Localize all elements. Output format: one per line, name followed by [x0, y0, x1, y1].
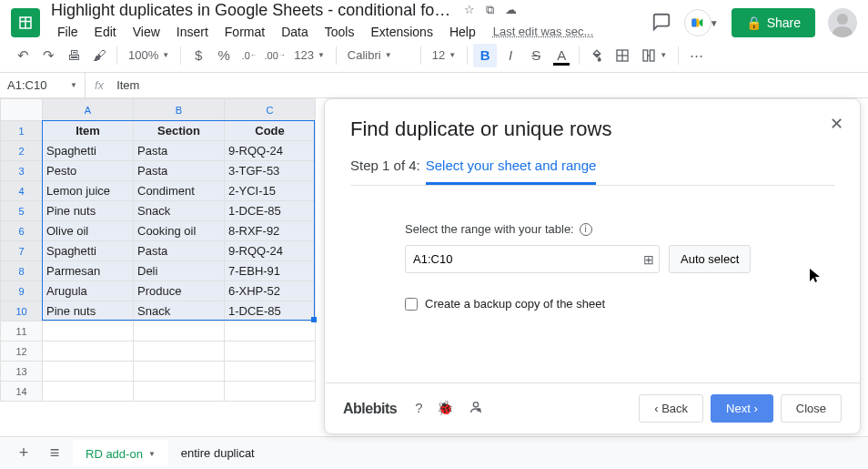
- redo-button[interactable]: ↷: [36, 44, 60, 67]
- fill-color-button[interactable]: [585, 44, 609, 67]
- toolbar-more-button[interactable]: ⋯: [684, 44, 708, 67]
- row-header[interactable]: 10: [1, 301, 43, 321]
- cell[interactable]: Arugula: [43, 281, 134, 301]
- cell[interactable]: Pasta: [134, 141, 225, 161]
- cell[interactable]: Cooking oil: [134, 221, 225, 241]
- sheet-tab[interactable]: RD add-on▼: [73, 440, 168, 466]
- comments-icon[interactable]: [651, 12, 671, 35]
- cell[interactable]: [134, 321, 225, 342]
- menu-help[interactable]: Help: [443, 23, 482, 41]
- bug-icon[interactable]: 🐞: [437, 400, 454, 417]
- cell[interactable]: [43, 382, 134, 402]
- fx-icon[interactable]: fx: [86, 78, 113, 92]
- cell[interactable]: 7-EBH-91: [225, 261, 316, 281]
- info-icon[interactable]: i: [580, 223, 592, 236]
- star-icon[interactable]: ☆: [464, 3, 475, 17]
- borders-button[interactable]: [611, 44, 634, 67]
- row-header[interactable]: 8: [1, 261, 43, 281]
- sheet-tab[interactable]: entire duplicat: [168, 440, 267, 466]
- cell[interactable]: Olive oil: [43, 221, 134, 241]
- font-dropdown[interactable]: Calibri▼: [342, 44, 415, 67]
- cell[interactable]: Deli: [134, 261, 225, 281]
- column-header[interactable]: C: [225, 99, 316, 121]
- row-header[interactable]: 9: [1, 281, 43, 301]
- cell[interactable]: Spaghetti: [43, 141, 134, 161]
- meet-icon[interactable]: [684, 9, 712, 36]
- menu-file[interactable]: File: [51, 23, 85, 41]
- undo-button[interactable]: ↶: [11, 44, 35, 67]
- step-link[interactable]: Select your sheet and range: [426, 158, 597, 185]
- cell[interactable]: 9-RQQ-24: [225, 241, 316, 261]
- back-button[interactable]: ‹ Back: [639, 394, 703, 423]
- cell[interactable]: [134, 382, 225, 402]
- cell[interactable]: [43, 362, 134, 382]
- column-header[interactable]: B: [134, 99, 225, 121]
- auto-select-button[interactable]: Auto select: [669, 245, 751, 273]
- currency-button[interactable]: $: [187, 44, 210, 67]
- cell[interactable]: 1-DCE-85: [225, 201, 316, 221]
- column-header[interactable]: A: [43, 99, 134, 121]
- row-header[interactable]: 1: [1, 121, 43, 141]
- help-icon[interactable]: ?: [415, 400, 422, 417]
- print-button[interactable]: 🖶: [62, 44, 86, 67]
- cell[interactable]: [43, 321, 134, 342]
- row-header[interactable]: 13: [1, 362, 43, 382]
- move-icon[interactable]: ⧉: [486, 3, 494, 17]
- font-size-dropdown[interactable]: 12▼: [427, 44, 461, 67]
- increase-decimal-button[interactable]: .00→: [263, 44, 287, 67]
- zoom-dropdown[interactable]: 100%▼: [123, 44, 175, 67]
- cell[interactable]: [43, 342, 134, 362]
- select-range-icon[interactable]: ⊞: [643, 252, 654, 267]
- cell[interactable]: [225, 321, 316, 342]
- cell[interactable]: [225, 342, 316, 362]
- text-color-button[interactable]: A: [550, 44, 573, 67]
- cell[interactable]: Pasta: [134, 241, 225, 261]
- document-title[interactable]: Highlight duplicates in Google Sheets - …: [51, 1, 451, 20]
- row-header[interactable]: 11: [1, 321, 43, 342]
- cell[interactable]: [134, 342, 225, 362]
- row-header[interactable]: 5: [1, 201, 43, 221]
- cell[interactable]: Item: [43, 121, 134, 141]
- percent-button[interactable]: %: [212, 44, 236, 67]
- close-button[interactable]: Close: [781, 394, 842, 423]
- cell[interactable]: Section: [134, 121, 225, 141]
- next-button[interactable]: Next ›: [711, 394, 773, 423]
- menu-data[interactable]: Data: [275, 23, 315, 41]
- close-icon[interactable]: ✕: [830, 114, 843, 134]
- cloud-status-icon[interactable]: ☁: [505, 3, 517, 17]
- strikethrough-button[interactable]: S: [524, 44, 548, 67]
- menu-view[interactable]: View: [126, 23, 167, 41]
- cell[interactable]: 6-XHP-52: [225, 281, 316, 301]
- number-format-dropdown[interactable]: 123▼: [288, 44, 330, 67]
- menu-edit[interactable]: Edit: [88, 23, 123, 41]
- merge-cells-button[interactable]: ▼: [636, 44, 672, 67]
- cell[interactable]: Condiment: [134, 181, 225, 201]
- row-header[interactable]: 12: [1, 342, 43, 362]
- name-box[interactable]: A1:C10▼: [0, 73, 86, 97]
- bold-button[interactable]: B: [473, 44, 497, 67]
- cell[interactable]: Snack: [134, 301, 225, 321]
- row-header[interactable]: 2: [1, 141, 43, 161]
- row-header[interactable]: 4: [1, 181, 43, 201]
- cell[interactable]: [225, 362, 316, 382]
- cell[interactable]: [134, 362, 225, 382]
- cell[interactable]: 2-YCI-15: [225, 181, 316, 201]
- cell[interactable]: [225, 382, 316, 402]
- add-sheet-button[interactable]: +: [11, 441, 36, 466]
- row-header[interactable]: 6: [1, 221, 43, 241]
- row-header[interactable]: 7: [1, 241, 43, 261]
- cell[interactable]: 8-RXF-92: [225, 221, 316, 241]
- last-edit-link[interactable]: Last edit was sec...: [493, 25, 594, 38]
- menu-tools[interactable]: Tools: [318, 23, 361, 41]
- menu-format[interactable]: Format: [218, 23, 271, 41]
- range-input[interactable]: [405, 245, 660, 273]
- sheets-logo[interactable]: [11, 8, 40, 37]
- menu-insert[interactable]: Insert: [170, 23, 215, 41]
- ablebits-account-icon[interactable]: [469, 400, 483, 417]
- all-sheets-button[interactable]: ≡: [42, 441, 67, 466]
- cell[interactable]: Code: [225, 121, 316, 141]
- cell[interactable]: Pine nuts: [43, 301, 134, 321]
- backup-checkbox[interactable]: [405, 298, 418, 311]
- cell[interactable]: 3-TGF-53: [225, 161, 316, 181]
- italic-button[interactable]: I: [499, 44, 522, 67]
